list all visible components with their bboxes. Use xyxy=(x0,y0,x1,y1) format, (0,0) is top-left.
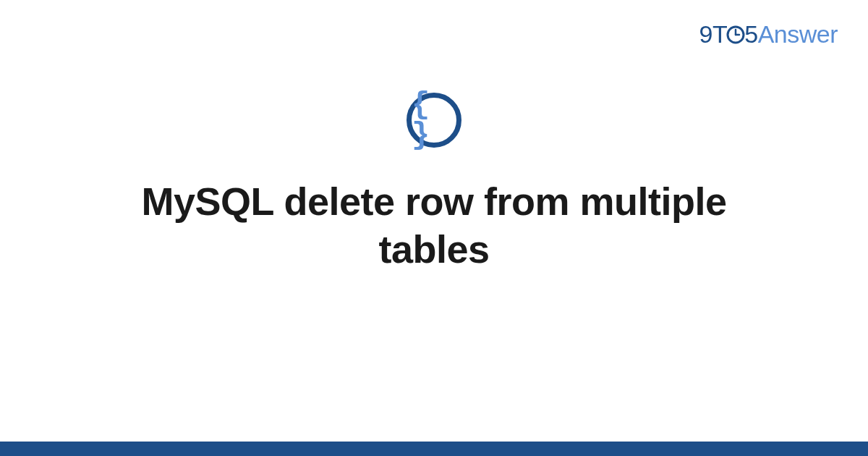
braces-glyph: { } xyxy=(412,90,456,151)
logo-nine: 9 xyxy=(699,20,712,48)
logo-five: 5 xyxy=(744,20,757,48)
logo-t: T xyxy=(712,20,727,48)
page-title: MySQL delete row from multiple tables xyxy=(87,178,781,274)
footer-bar xyxy=(0,442,868,456)
brand-logo: 9T5Answer xyxy=(699,20,838,51)
category-braces-icon: { } xyxy=(407,93,461,148)
clock-icon xyxy=(726,22,746,51)
main-content: { } MySQL delete row from multiple table… xyxy=(0,93,868,274)
logo-answer: Answer xyxy=(758,20,838,48)
